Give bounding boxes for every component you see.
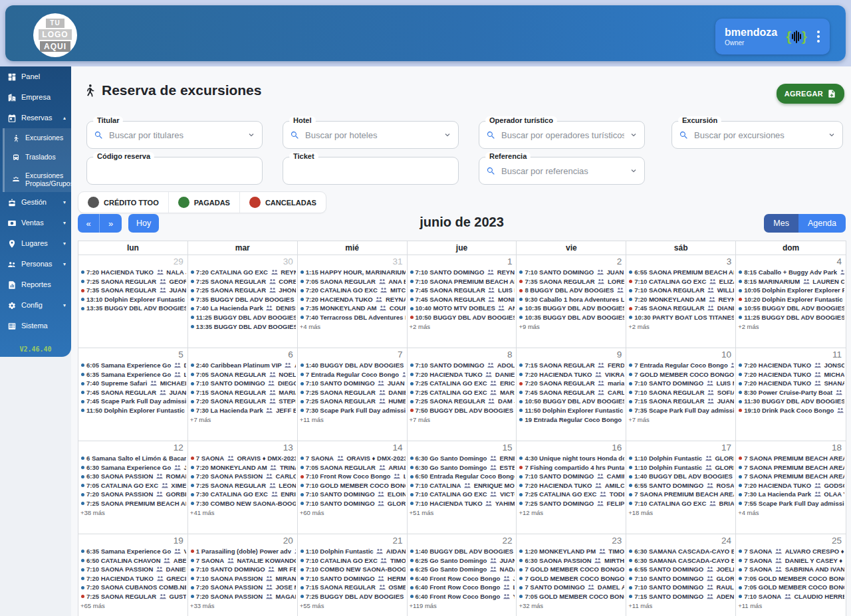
calendar-day-cell[interactable]: 156:30 Go Santo Domingo ERNESTO ♦6:30 Go… (408, 441, 517, 534)
calendar-event[interactable]: 7:30 La Hacienda Park OLAA YACOU (738, 490, 844, 499)
calendar-event[interactable]: 7:40 Terracross DBL Adventures Boogie (300, 313, 406, 322)
calendar-event[interactable]: 7:20 MONKEYLAND AM REYNA ACO (628, 295, 734, 304)
calendar-event[interactable]: 7:15 SANTO DOMINGO ADEN SIFAN (628, 592, 734, 601)
more-events-link[interactable]: +33 más (190, 601, 296, 610)
calendar-event[interactable]: 7:05 GOLD MEMBER COCO BONGO (738, 583, 844, 592)
sidebar-item-sistema[interactable]: Sistema (0, 316, 71, 336)
calendar-event[interactable]: 7:35 SAONA REGULAR JUAN ♦ DMX (80, 286, 186, 295)
calendar-event[interactable]: 7:45 SAONA REGULAR DIANELIS GO (628, 304, 734, 313)
calendar-event[interactable]: 7:25 CATALINA GO EXC ERIC ROBAL (410, 379, 515, 388)
calendar-day-cell[interactable]: 107 Entrada Regular Coco Bongo EDIS7 GOL… (626, 348, 736, 441)
calendar-event[interactable]: 7:20 HACIENDA TUKO MICHAEL WII (738, 370, 844, 379)
more-events-link[interactable]: +2 más (738, 322, 844, 331)
calendar-event[interactable]: 7:20 HACIENDA TUKO VIKRAM PAS. (519, 370, 624, 379)
calendar-day-cell[interactable]: 307:20 CATALINA GO EXC REYNA ACO7:25 SAO… (188, 255, 298, 348)
calendar-event[interactable]: 7:15 SAONA REGULAR FERDY CIPRI. (519, 361, 624, 370)
calendar-event[interactable]: 7:55 Scape Park Full Day admission (738, 499, 844, 508)
calendar-event[interactable]: 11:25 BUGGY DBL ADV BOOGIES GR (190, 313, 296, 322)
filter-excursion[interactable]: Excursión Buscar por excursiones (671, 121, 843, 149)
calendar-event[interactable]: 7:20 HACIENDA TUKO SHANA WILL (738, 379, 844, 388)
calendar-event[interactable]: 7:20 HACIENDA TUKO NALA JOHUS (80, 268, 186, 277)
calendar-event[interactable]: 13:35 BUGGY DBL ADV BOOGIES JA (190, 322, 296, 332)
calendar-event[interactable]: 10:35 BUGGY DBL ADV BOOGIES AM (519, 304, 624, 313)
calendar-event[interactable]: 7:10 CATALINA GO EXC TIMOTHY ♦ (300, 556, 406, 565)
calendar-event[interactable]: 7:10 HACIENDA TUKO YAHIMN HER (410, 499, 515, 508)
calendar-event[interactable]: 1:40 BUGGY DBL ADV BOOGIES MA (300, 361, 406, 370)
calendar-event[interactable]: 7:10 Front Row Coco Bongo LARIZZ (300, 472, 406, 481)
more-events-link[interactable]: +11 más (300, 415, 406, 424)
more-events-link[interactable]: +2 más (628, 322, 734, 331)
calendar-day-cell[interactable]: 17:10 SANTO DOMINGO REYNA ACO7:10 SAONA … (408, 255, 517, 348)
calendar-event[interactable]: 7:10 SANTO DOMINGO GLORIA ♦ D (300, 499, 406, 508)
calendar-event[interactable]: 7:10 CATALINA GO EXC ELIZABETH (628, 277, 734, 286)
sidebar-item-traslados[interactable]: Traslados (5, 148, 71, 167)
calendar-event[interactable]: 7:10 CATALINA GO EXC BRIANA ♦ D (628, 499, 734, 508)
calendar-event[interactable]: 7:30 CATALINA GO EXC ENRIQUE ♦ (190, 490, 296, 499)
calendar-day-cell[interactable]: 211:10 Dolphin Funtastic AIDAN GOM7:10 C… (298, 534, 408, 616)
calendar-event[interactable]: 11:30 BUGGY DBL ADV BOOGIES SO (738, 397, 844, 406)
calendar-event[interactable]: 7:05 SAONA REGULAR ARIADNA ♦ I (300, 463, 406, 472)
calendar-event[interactable]: 10:30 PARTY BOAT LOS TITANES Viajo C (628, 313, 734, 322)
calendar-event[interactable]: 7:40 La Hacienda Park DENISSE COM (190, 304, 296, 313)
calendar-event[interactable]: 9:30 Caballo 1 hora Adventures Land (519, 295, 624, 304)
more-events-link[interactable]: +55 más (300, 601, 406, 610)
calendar-event[interactable]: 6:30 SAONA PASSION ROMAN BRIT (80, 472, 186, 481)
more-events-link[interactable]: +65 más (80, 601, 186, 610)
calendar-day-cell[interactable]: 196:35 Samana Experience Go VANSCH6:50 C… (78, 534, 188, 616)
sidebar-item-excursiones[interactable]: Excursiones (5, 128, 71, 148)
calendar-event[interactable]: 13:10 Dolphin Explorer Funtastic Progra (80, 295, 186, 304)
calendar-event[interactable]: 6:05 Samana Experience Go DANIEL (80, 361, 186, 370)
calendar-event[interactable]: 7:10 COMBO NEW SAONA-BOOGIES (300, 565, 406, 574)
calendar-event[interactable]: 7:45 Scape Park Full Day admission . (80, 397, 186, 406)
sidebar-item-lugares[interactable]: Lugares▾ (0, 233, 71, 254)
calendar-event[interactable]: 7:45 SAONA REGULAR MONICA DE (410, 295, 515, 304)
calendar-event[interactable]: 7:10 SANTO DOMINGO CAMIRI LOP (519, 472, 624, 481)
calendar-event[interactable]: 7:20 SAONA PASSION MAGALIEL VI (190, 592, 296, 601)
more-events-link[interactable]: +7 más (410, 415, 515, 424)
calendar-event[interactable]: 7:20 HACIENDA TUKO GRECIA BATIS (80, 574, 186, 583)
calendar-event[interactable]: 6:35 Samana Experience Go VANSCH (80, 547, 186, 556)
calendar-event[interactable]: 7:20 HACIENDA TUKO JONSON FAM (738, 361, 844, 370)
calendar-event[interactable]: 7:20 SAONA PASSION CARLOS NAV (190, 472, 296, 481)
more-events-link[interactable]: +32 más (519, 601, 624, 610)
calendar-event[interactable]: 6:30 Go Santo Domingo ESTELLA - L (410, 463, 515, 472)
calendar-event[interactable]: 7 SAONA NATALIE KOWANDO ♦ DN (190, 556, 296, 565)
calendar-event[interactable]: 10:55 BUGGY DBL ADV BOOGIES FA (738, 304, 844, 313)
calendar-event[interactable]: 6:30 SAONA PASSION MIRTHA ♦ DN (519, 556, 624, 565)
calendar-event[interactable]: 1:40 BUGGY DBL ADV BOOGIES RICI (410, 547, 515, 556)
calendar-day-cell[interactable]: 117:20 HACIENDA TUKO JONSON FAM7:20 HACI… (736, 348, 846, 441)
more-events-link[interactable]: +2 más (410, 322, 515, 331)
sidebar-item-reservas[interactable]: Reservas▴ (0, 108, 71, 128)
calendar-event[interactable]: 2:40 Caribbean Platinum VIP ALEXA (190, 361, 296, 370)
calendar-event[interactable]: 1:20 MONKEYLAND PM TIMOTHY L (519, 547, 624, 556)
calendar-event[interactable]: 1 Parasailing (doble) Power adv VAT (190, 547, 296, 556)
calendar-event[interactable]: 7:05 SAONA REGULAR NOEL ♦ DMX (190, 370, 296, 379)
calendar-event[interactable]: 7:25 BUGGY DBL ADV BOOGIES ABE (300, 592, 406, 601)
calendar-event[interactable]: 7:10 SANTO DOMINGO MR FENTON (190, 565, 296, 574)
calendar-event[interactable]: 7:20 HACIENDA TUKO REYNA ACOS (300, 295, 406, 304)
calendar-event[interactable]: 6:40 Front Row Coco Bongo LAYRON (410, 583, 515, 592)
calendar-event[interactable]: 6:35 Samana Experience Go Luis Ric (80, 370, 186, 379)
filter-titular[interactable]: Titular Buscar por titulares (86, 121, 263, 149)
calendar-event[interactable]: 7:15 SAONA REGULAR JUAN JOSE Y (628, 397, 734, 406)
calendar-event[interactable]: 7:25 SAONA REGULAR LEONEL CAC (190, 481, 296, 490)
calendar-event[interactable]: 7:35 BUGGY DBL ADV BOOGIES JOS (190, 295, 296, 304)
more-events-link[interactable]: +4 más (300, 322, 406, 331)
calendar-event[interactable]: 7:10 SAONA REGULAR WILLIAM NG (628, 286, 734, 295)
calendar-event[interactable]: 7 SAONA ORAVIS ♦ DMX-20230225 (300, 454, 406, 463)
calendar-event[interactable]: 8:30 Power Cruise-Party Boat JOEL A (738, 388, 844, 397)
calendar-event[interactable]: 7:05 GOLD MEMBER COCO BONGO (738, 574, 844, 583)
calendar-event[interactable]: 7:10 SANTO DOMINGO REYNA ACO (410, 268, 515, 277)
calendar-event[interactable]: 7:20 CATALINA GO EXC MITCHELL C (300, 286, 406, 295)
calendar-event[interactable]: 7:20 HACIENDA TUKO AMILCAR MA (519, 481, 624, 490)
calendar-event[interactable]: 7 Fishing compartido 4 hrs Punta Cana (519, 463, 624, 472)
calendar-day-cell[interactable]: 97:15 SAONA REGULAR FERDY CIPRI.7:20 HAC… (517, 348, 626, 441)
calendar-event[interactable]: 7:10 SANTO DOMINGO HERMES HE (300, 574, 406, 583)
calendar-event[interactable]: 7:10 SANTO DOMINGO ADOLFO VA (410, 361, 515, 370)
filter-operador[interactable]: Operador turístico Buscar por operadores… (479, 121, 645, 149)
calendar-day-cell[interactable]: 137 SAONA ORAVIS ♦ DMX-202302167:20 MONK… (188, 441, 298, 534)
calendar-event[interactable]: 6:55 SANTO DOMINGO ROSALVA ♦ (628, 481, 734, 490)
calendar-event[interactable]: 6:50 CATALINA CHAVON ABEL LOPE (80, 556, 186, 565)
calendar-event[interactable]: 7:45 SAONA REGULAR JUAN ♦ DMX (80, 388, 186, 397)
calendar-event[interactable]: 7 Entrada Regular Coco Bongo EDIS (628, 361, 734, 370)
